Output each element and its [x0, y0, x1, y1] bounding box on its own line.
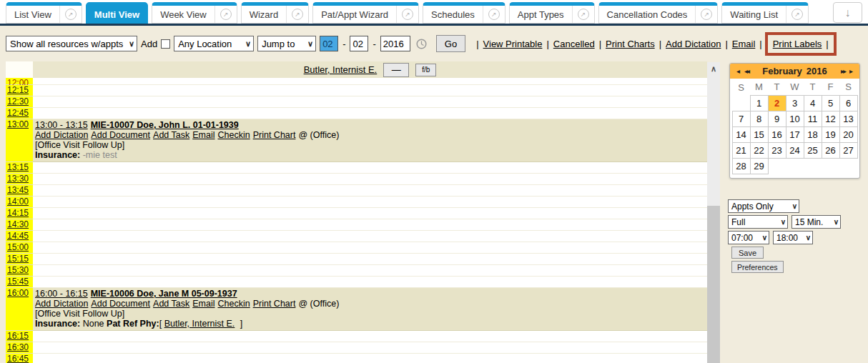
view-mode-select[interactable]: Appts Only ∨ — [728, 199, 799, 213]
empty-slot[interactable] — [33, 78, 707, 85]
empty-slot[interactable] — [33, 219, 707, 231]
time-link[interactable]: 13:45 — [7, 185, 29, 195]
appt-action-add-task[interactable]: Add Task — [153, 299, 189, 309]
empty-slot[interactable] — [33, 265, 707, 277]
tab-pat-appt-wizard[interactable]: Pat/Appt Wizard↗ — [312, 2, 419, 24]
day-cell-19[interactable]: 19 — [822, 126, 839, 142]
scrollbar-thumb[interactable] — [707, 206, 720, 363]
empty-slot[interactable] — [33, 342, 707, 354]
time-link[interactable]: 14:15 — [7, 208, 29, 218]
empty-slot[interactable] — [33, 197, 707, 208]
empty-slot[interactable] — [33, 96, 707, 108]
appt-action-email[interactable]: Email — [192, 130, 214, 140]
day-cell-16[interactable]: 16 — [768, 126, 786, 142]
empty-slot[interactable] — [33, 185, 707, 197]
appt-action-add-task[interactable]: Add Task — [153, 130, 189, 140]
tab-list-view[interactable]: List View↗ — [6, 2, 82, 24]
action-link-print-charts[interactable]: Print Charts — [606, 39, 655, 49]
tab-icon-section[interactable]: ↗ — [786, 6, 808, 23]
time-link[interactable]: 12:15 — [7, 85, 29, 95]
tab-wizard[interactable]: Wizard↗ — [241, 2, 309, 24]
preferences-button[interactable]: Preferences — [731, 261, 784, 273]
tab-icon-section[interactable]: ↗ — [483, 6, 505, 23]
time-link[interactable]: 16:45 — [7, 354, 29, 363]
tab-appt-types[interactable]: Appt Types↗ — [509, 2, 595, 24]
collapse-column-button[interactable]: — — [383, 63, 409, 77]
day-cell-26[interactable]: 26 — [822, 142, 839, 158]
tab-icon-section[interactable]: ↗ — [214, 6, 237, 23]
time-link[interactable]: 14:45 — [7, 231, 29, 241]
action-link-add-dictation[interactable]: Add Dictation — [666, 39, 721, 49]
tab-icon-section[interactable]: ↗ — [572, 6, 594, 23]
empty-slot[interactable] — [33, 85, 707, 96]
appt-action-checkin[interactable]: Checkin — [218, 130, 250, 140]
day-cell-8[interactable]: 8 — [750, 111, 768, 126]
empty-slot[interactable] — [33, 208, 707, 219]
day-cell-3[interactable]: 3 — [786, 95, 804, 111]
day-end-select[interactable]: 18:00 ∨ — [773, 231, 813, 244]
time-link[interactable]: 16:00 — [7, 288, 29, 298]
time-link[interactable]: 13:00 — [7, 119, 29, 129]
day-cell-23[interactable]: 23 — [768, 142, 786, 158]
appt-action-add-document[interactable]: Add Document — [91, 130, 150, 140]
provider-link[interactable]: Butler, Internist E. — [304, 64, 378, 75]
date-year-input[interactable]: 2016 — [380, 36, 410, 51]
resource-filter-select[interactable]: Show all resources w/appts ∨ — [6, 36, 137, 51]
add-checkbox[interactable] — [161, 39, 170, 49]
time-link[interactable]: 12:30 — [7, 96, 29, 106]
time-link[interactable]: 15:15 — [7, 254, 29, 264]
tab-cancellation-codes[interactable]: Cancellation Codes↗ — [598, 2, 719, 24]
time-link[interactable]: 15:30 — [7, 265, 29, 275]
action-link-print-labels[interactable]: Print Labels — [773, 39, 822, 49]
day-cell-20[interactable]: 20 — [839, 126, 857, 142]
day-cell-22[interactable]: 22 — [750, 142, 768, 158]
jump-to-select[interactable]: Jump to ∨ — [257, 36, 316, 51]
empty-slot[interactable] — [33, 108, 707, 119]
panel-scroll-down-button[interactable]: ↓ — [833, 2, 862, 23]
appt-action-add-dictation[interactable]: Add Dictation — [35, 130, 88, 140]
appt-action-email[interactable]: Email — [192, 299, 214, 309]
empty-slot[interactable] — [33, 242, 707, 254]
date-day-input[interactable]: 02 — [350, 36, 368, 51]
patient-link[interactable]: MIE-10007 Doe, John L. 01-01-1939 — [91, 120, 239, 130]
day-cell-11[interactable]: 11 — [804, 111, 822, 126]
appointment-time-range-link[interactable]: 16:00 - 16:15 — [35, 289, 88, 299]
day-cell-13[interactable]: 13 — [839, 111, 857, 126]
appointment-time-range-link[interactable]: 13:00 - 13:15 — [35, 120, 88, 130]
day-cell-25[interactable]: 25 — [804, 142, 822, 158]
tab-schedules[interactable]: Schedules↗ — [423, 2, 505, 24]
tab-icon-section[interactable]: ↗ — [695, 6, 717, 23]
action-link-view-printable[interactable]: View Printable — [483, 39, 543, 49]
time-link[interactable]: 13:30 — [7, 174, 29, 184]
time-link[interactable]: 16:30 — [7, 342, 29, 352]
day-cell-17[interactable]: 17 — [786, 126, 804, 142]
date-month-input[interactable]: 02 — [320, 36, 338, 51]
clock-icon[interactable] — [416, 39, 427, 49]
tab-multi-view[interactable]: Multi View — [86, 2, 148, 24]
empty-slot[interactable] — [33, 174, 707, 185]
time-link[interactable]: 14:00 — [7, 197, 29, 207]
save-button[interactable]: Save — [731, 247, 764, 259]
appt-action-add-document[interactable]: Add Document — [91, 299, 150, 309]
tab-icon-section[interactable]: ↗ — [396, 6, 418, 23]
day-cell-5[interactable]: 5 — [822, 95, 839, 111]
display-size-select[interactable]: Full ∨ — [728, 215, 788, 229]
next-year-icon[interactable]: ▸▸ — [839, 67, 847, 75]
action-link-email[interactable]: Email — [732, 39, 756, 49]
referring-provider-link[interactable]: Butler, Internist E. — [164, 319, 235, 329]
fb-button[interactable]: f/b — [415, 64, 436, 76]
empty-slot[interactable] — [33, 254, 707, 265]
go-button[interactable]: Go — [436, 35, 465, 52]
day-cell-7[interactable]: 7 — [732, 111, 750, 126]
day-cell-1[interactable]: 1 — [750, 95, 768, 111]
tab-icon-section[interactable]: ↗ — [286, 6, 308, 23]
location-filter-select[interactable]: Any Location ∨ — [174, 36, 254, 51]
empty-slot[interactable] — [33, 162, 707, 174]
day-cell-28[interactable]: 28 — [732, 158, 750, 174]
appt-action-checkin[interactable]: Checkin — [218, 299, 250, 309]
time-link[interactable]: 16:15 — [7, 331, 29, 341]
time-link[interactable]: 13:15 — [7, 162, 29, 172]
empty-slot[interactable] — [33, 231, 707, 242]
time-link[interactable]: 15:45 — [7, 277, 29, 287]
vertical-scrollbar[interactable]: ∧ — [707, 62, 720, 363]
